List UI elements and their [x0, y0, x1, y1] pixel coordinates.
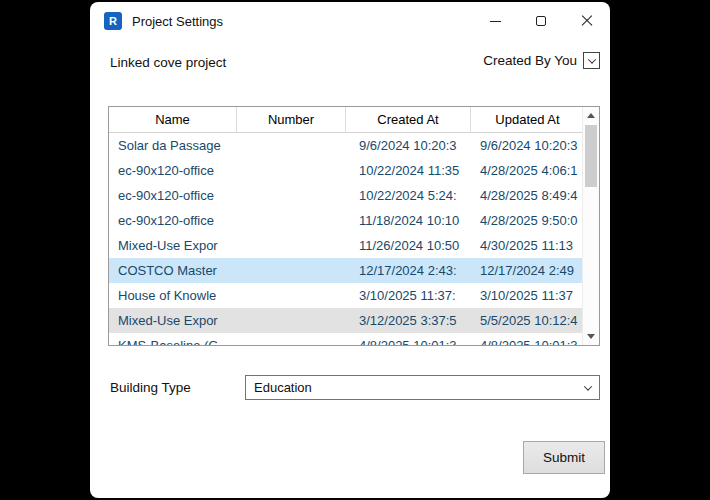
arrow-down-icon [587, 334, 595, 339]
cell-number[interactable] [237, 208, 346, 233]
cell-name[interactable]: ec-90x120-office [109, 208, 237, 233]
cell-created-at[interactable]: 12/17/2024 2:43: [346, 258, 471, 283]
table-scrollbar[interactable] [582, 107, 599, 345]
table-row[interactable]: House of Knowle 3/10/2025 11:37: 3/10/20… [109, 283, 584, 308]
minimize-icon [490, 21, 501, 22]
cell-created-at[interactable]: 11/26/2024 10:50 [346, 233, 471, 258]
column-header-updated-at[interactable]: Updated At [471, 107, 584, 132]
table-row[interactable]: ec-90x120-office 10/22/2024 11:35 4/28/2… [109, 158, 584, 183]
cell-number[interactable] [237, 233, 346, 258]
cell-updated-at[interactable]: 12/17/2024 2:49 [471, 258, 584, 283]
cell-number[interactable] [237, 308, 346, 333]
maximize-icon [536, 16, 546, 26]
cell-created-at[interactable]: 10/22/2024 11:35 [346, 158, 471, 183]
app-icon: R [104, 12, 122, 30]
cell-name[interactable]: House of Knowle [109, 283, 237, 308]
cell-created-at[interactable]: 10/22/2024 5:24: [346, 183, 471, 208]
cell-updated-at[interactable]: 9/6/2024 10:20:3 [471, 133, 584, 158]
cell-name[interactable]: Solar da Passage [109, 133, 237, 158]
cell-number[interactable] [237, 283, 346, 308]
table-body: Solar da Passage 9/6/2024 10:20:3 9/6/20… [109, 133, 584, 345]
table-row[interactable]: Solar da Passage 9/6/2024 10:20:3 9/6/20… [109, 133, 584, 158]
cell-updated-at[interactable]: 5/5/2025 10:12:4 [471, 308, 584, 333]
table-row[interactable]: Mixed-Use Expor 3/12/2025 3:37:5 5/5/202… [109, 308, 584, 333]
titlebar: R Project Settings [90, 2, 610, 40]
window-controls [472, 2, 610, 40]
submit-button[interactable]: Submit [523, 441, 605, 474]
column-header-created-at[interactable]: Created At [346, 107, 471, 132]
created-by-label: Created By You [483, 53, 577, 68]
close-button[interactable] [564, 2, 610, 40]
cell-number[interactable] [237, 183, 346, 208]
chevron-down-icon [587, 55, 595, 63]
scrollbar-up-button[interactable] [583, 108, 599, 123]
cell-created-at[interactable]: 3/12/2025 3:37:5 [346, 308, 471, 333]
table-row[interactable]: ec-90x120-office 10/22/2024 5:24: 4/28/2… [109, 183, 584, 208]
column-header-number[interactable]: Number [237, 107, 346, 132]
linked-project-label: Linked cove project [110, 55, 226, 70]
cell-number[interactable] [237, 158, 346, 183]
building-type-value: Education [254, 380, 312, 395]
project-settings-dialog: R Project Settings Linked cove project C… [90, 2, 610, 498]
cell-created-at[interactable]: 3/10/2025 11:37: [346, 283, 471, 308]
building-type-select[interactable]: Education [245, 375, 600, 400]
created-by-filter: Created By You [483, 52, 600, 69]
cell-name[interactable]: KMS-Baseline (G [109, 333, 237, 345]
arrow-up-icon [587, 113, 595, 118]
cell-updated-at[interactable]: 4/28/2025 9:50:0 [471, 208, 584, 233]
cell-created-at[interactable]: 9/6/2024 10:20:3 [346, 133, 471, 158]
scrollbar-down-button[interactable] [583, 329, 599, 344]
created-by-dropdown[interactable] [583, 52, 600, 69]
table-row[interactable]: KMS-Baseline (G 4/8/2025 10:01:3 4/8/202… [109, 333, 584, 345]
cell-number[interactable] [237, 333, 346, 345]
minimize-button[interactable] [472, 2, 518, 40]
cell-name[interactable]: ec-90x120-office [109, 183, 237, 208]
cell-updated-at[interactable]: 4/8/2025 10:01:3 [471, 333, 584, 345]
chevron-down-icon [584, 382, 592, 390]
cell-number[interactable] [237, 133, 346, 158]
close-icon [581, 15, 593, 27]
cell-created-at[interactable]: 4/8/2025 10:01:3 [346, 333, 471, 345]
cell-updated-at[interactable]: 4/28/2025 4:06:1 [471, 158, 584, 183]
building-type-label: Building Type [110, 380, 191, 395]
table-row[interactable]: Mixed-Use Expor 11/26/2024 10:50 4/30/20… [109, 233, 584, 258]
table-row[interactable]: COSTCO Master 12/17/2024 2:43: 12/17/202… [109, 258, 584, 283]
cell-name[interactable]: COSTCO Master [109, 258, 237, 283]
cell-updated-at[interactable]: 3/10/2025 11:37 [471, 283, 584, 308]
cell-name[interactable]: ec-90x120-office [109, 158, 237, 183]
window-title: Project Settings [132, 14, 223, 29]
maximize-button[interactable] [518, 2, 564, 40]
cell-created-at[interactable]: 11/18/2024 10:10 [346, 208, 471, 233]
cell-name[interactable]: Mixed-Use Expor [109, 308, 237, 333]
table-row[interactable]: ec-90x120-office 11/18/2024 10:10 4/28/2… [109, 208, 584, 233]
cell-updated-at[interactable]: 4/28/2025 8:49:4 [471, 183, 584, 208]
cell-number[interactable] [237, 258, 346, 283]
table-header: Name Number Created At Updated At [109, 107, 599, 133]
cell-name[interactable]: Mixed-Use Expor [109, 233, 237, 258]
column-header-name[interactable]: Name [109, 107, 237, 132]
projects-table: Name Number Created At Updated At Solar … [108, 106, 600, 346]
cell-updated-at[interactable]: 4/30/2025 11:13 [471, 233, 584, 258]
scrollbar-thumb[interactable] [585, 125, 597, 187]
